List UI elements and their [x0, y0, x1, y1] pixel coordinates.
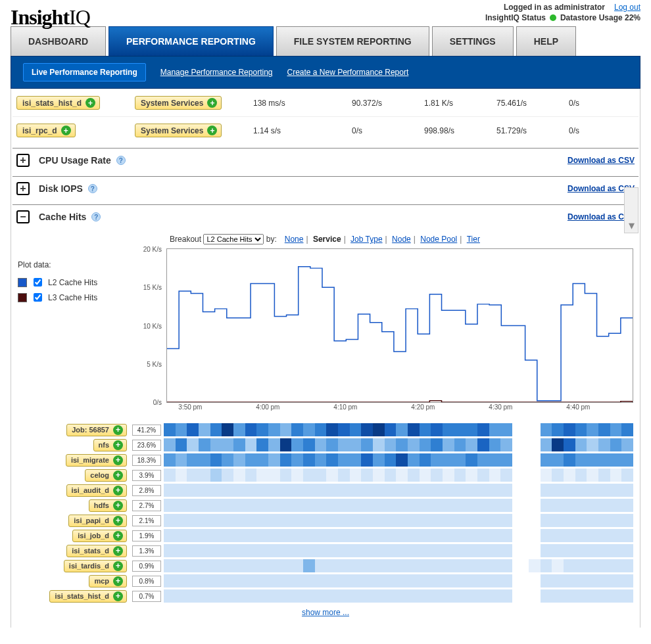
plus-icon: +	[61, 126, 71, 135]
subnav-manage[interactable]: Manage Performance Reporting	[160, 68, 273, 77]
service-pill[interactable]: mcp+	[89, 575, 127, 587]
breakout-node[interactable]: Node	[392, 235, 411, 244]
cell-value: 75.461/s	[496, 99, 569, 108]
service-pct: 2.8%	[132, 485, 161, 496]
scroll-down-icon[interactable]: ▾	[624, 187, 639, 233]
service-pill[interactable]: isi_papi_d+	[68, 515, 127, 527]
service-pill[interactable]: Job: 56857+	[66, 424, 127, 436]
legend-cb-l3[interactable]	[34, 293, 42, 302]
service-pill[interactable]: isi_job_d+	[72, 530, 127, 542]
cell-value: 138 ms/s	[253, 99, 352, 108]
plus-icon: +	[113, 455, 123, 465]
cell-value: 51.729/s	[496, 126, 569, 135]
breakout-by-label: by:	[266, 235, 277, 244]
service-pill[interactable]: isi_stats_hist_d+	[49, 590, 127, 603]
legend-cb-l2[interactable]	[34, 278, 42, 287]
plus-icon: +	[113, 546, 123, 556]
breakout-service[interactable]: Service	[313, 235, 341, 244]
heatmap-row	[164, 453, 633, 467]
tab-filesystem[interactable]: FILE SYSTEM REPORTING	[276, 26, 429, 56]
heatmap-row	[164, 544, 633, 557]
job-pill[interactable]: isi_stats_hist_d+	[16, 96, 100, 110]
subnav-live[interactable]: Live Performance Reporting	[23, 63, 146, 81]
tab-settings[interactable]: SETTINGS	[432, 26, 514, 56]
cell-value: 1.81 K/s	[424, 99, 496, 108]
breakout-jobtype[interactable]: Job Type	[350, 235, 382, 244]
legend-title: Plot data:	[18, 260, 132, 269]
service-pill[interactable]: celog+	[85, 469, 127, 482]
service-pct: 23.6%	[132, 440, 161, 451]
logout-link[interactable]: Log out	[614, 3, 640, 12]
service-row: isi_migrate+18.3%	[18, 453, 633, 467]
service-pct: 1.3%	[132, 545, 161, 557]
subnav-create[interactable]: Create a New Performance Report	[287, 68, 408, 77]
breakout-select[interactable]: L2 Cache Hits	[203, 234, 264, 244]
service-pill[interactable]: isi_migrate+	[66, 454, 127, 467]
plus-icon: +	[113, 591, 123, 601]
service-pill[interactable]: isi_tardis_d+	[64, 560, 127, 572]
section-title: Cache Hits	[39, 212, 86, 222]
cell-value: 0/s	[352, 126, 424, 135]
service-row: isi_tardis_d+0.9%	[18, 559, 633, 573]
legend-swatch-l2	[18, 278, 27, 287]
status-label: InsightIQ Status	[485, 13, 546, 22]
help-icon[interactable]: ?	[91, 212, 101, 221]
collapse-icon[interactable]: −	[16, 210, 30, 223]
logged-in-label: Logged in as administrator	[504, 3, 605, 12]
job-pill[interactable]: isi_rpc_d+	[16, 124, 76, 137]
service-pill[interactable]: nfs+	[93, 439, 128, 451]
service-row: Job: 56857+41.2%	[18, 423, 633, 437]
datastore-usage: Datastore Usage 22%	[560, 13, 640, 22]
breakout-label: Breakout	[170, 235, 201, 244]
plus-icon: +	[113, 516, 123, 526]
expand-icon[interactable]: +	[16, 182, 30, 195]
breakout-nodepool[interactable]: Node Pool	[420, 235, 457, 244]
plus-icon: +	[113, 531, 123, 541]
tab-help[interactable]: HELP	[516, 26, 576, 56]
table-row: isi_rpc_d+ System Services+ 1.14 s/s 0/s…	[12, 116, 639, 144]
service-row: celog+3.9%	[18, 468, 633, 482]
chart-row: Plot data: L2 Cache Hits L3 Cache Hits 0…	[12, 248, 639, 403]
cell-value: 0/s	[569, 99, 641, 108]
heatmap-row	[164, 499, 633, 512]
service-row: isi_job_d+1.9%	[18, 528, 633, 543]
section-title: Disk IOPS	[39, 183, 83, 194]
service-pill[interactable]: System Services+	[135, 96, 222, 110]
service-pct: 2.1%	[132, 515, 161, 526]
service-pct: 1.9%	[132, 530, 161, 541]
service-pct: 0.9%	[132, 561, 161, 572]
tab-performance[interactable]: PERFORMANCE REPORTING	[108, 26, 274, 56]
service-row: isi_stats_hist_d+0.7%	[18, 589, 633, 603]
main-tabs: DASHBOARD PERFORMANCE REPORTING FILE SYS…	[0, 26, 651, 56]
breakout-none[interactable]: None	[285, 235, 304, 244]
section-cpu: + CPU Usage Rate ? Download as CSV	[12, 148, 639, 172]
service-row: isi_papi_d+2.1%	[18, 513, 633, 528]
heatmap-row	[164, 438, 633, 451]
help-icon[interactable]: ?	[88, 184, 97, 193]
breakout-tier[interactable]: Tier	[467, 235, 480, 244]
tab-dashboard[interactable]: DASHBOARD	[11, 26, 106, 56]
service-row: isi_audit_d+2.8%	[18, 483, 633, 497]
services-heatmap: Job: 56857+41.2%nfs+23.6%isi_migrate+18.…	[18, 423, 633, 603]
service-pct: 2.7%	[132, 500, 161, 511]
service-pill[interactable]: isi_stats_d+	[66, 545, 127, 557]
help-icon[interactable]: ?	[116, 156, 126, 165]
download-csv-link[interactable]: Download as CSV	[567, 156, 635, 165]
cell-value: 90.372/s	[352, 99, 424, 108]
service-pill[interactable]: hdfs+	[89, 499, 127, 512]
heatmap-row	[164, 589, 633, 603]
service-pct: 0.7%	[132, 591, 161, 602]
chart-plot: 0/s5 K/s10 K/s15 K/s20 K/s 3:50 pm4:00 p…	[166, 248, 633, 403]
heatmap-row	[164, 484, 633, 497]
expand-icon[interactable]: +	[16, 154, 30, 167]
service-pill[interactable]: System Services+	[135, 124, 222, 137]
section-title: CPU Usage Rate	[39, 155, 111, 166]
heatmap-row	[164, 529, 633, 542]
service-pct: 3.9%	[132, 470, 161, 481]
service-pill[interactable]: isi_audit_d+	[66, 484, 127, 497]
plus-icon: +	[113, 486, 123, 495]
show-more-link[interactable]: show more ...	[302, 608, 349, 617]
service-row: isi_stats_d+1.3%	[18, 543, 633, 558]
table-row: isi_stats_hist_d+ System Services+ 138 m…	[12, 89, 639, 116]
plus-icon: +	[85, 98, 95, 108]
